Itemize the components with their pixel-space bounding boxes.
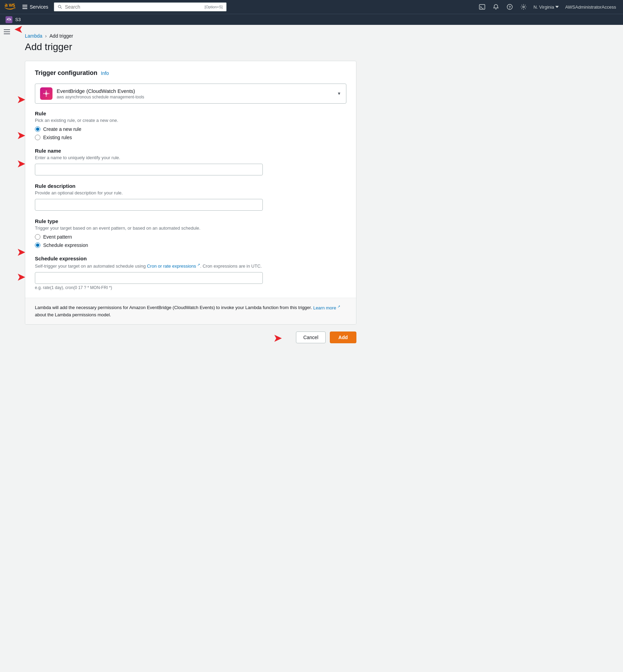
existing-rules-label: Existing rules [43, 135, 72, 140]
bell-icon-button[interactable] [489, 2, 502, 12]
svg-line-4 [60, 8, 61, 9]
aws-logo[interactable] [4, 2, 17, 12]
trigger-service-name: EventBridge (CloudWatch Events) [57, 88, 144, 94]
page-title: Add trigger [25, 41, 612, 52]
learn-more-label: Learn more [313, 305, 336, 310]
sidebar-toggle[interactable] [0, 25, 14, 39]
region-label: N. Virginia [534, 4, 554, 10]
breadcrumb-current: Add trigger [49, 33, 73, 39]
svg-rect-5 [479, 4, 485, 9]
search-icon [58, 4, 62, 10]
region-selector[interactable]: N. Virginia [531, 3, 562, 11]
card-title-text: Trigger configuration [35, 69, 97, 77]
rule-description: Pick an existing rule, or create a new o… [35, 118, 346, 123]
s3-icon [6, 16, 12, 23]
schedule-expr-desc: Self-trigger your target on an automated… [35, 263, 346, 269]
help-icon-button[interactable]: ? [503, 2, 516, 12]
nav-icons: ? N. Virginia AWSAdministratorAccess [476, 2, 619, 12]
cancel-button[interactable]: Cancel [296, 332, 326, 343]
schedule-hint: e.g. rate(1 day), cron(0 17 ? * MON-FRI … [35, 285, 346, 290]
add-button[interactable]: Add [330, 332, 356, 343]
rule-section: Rule Pick an existing rule, or create a … [35, 111, 346, 140]
existing-rules-option[interactable]: Existing rules [35, 135, 346, 140]
svg-rect-2 [22, 8, 27, 9]
breadcrumb: Lambda › Add trigger [25, 33, 612, 39]
search-input[interactable] [65, 4, 202, 10]
trigger-selector[interactable]: EventBridge (CloudWatch Events) aws asyn… [35, 84, 346, 104]
rule-name-title: Rule name [35, 148, 346, 154]
service-bar: S3 [0, 14, 623, 25]
card-title: Trigger configuration Info [35, 69, 346, 77]
trigger-select-text: EventBridge (CloudWatch Events) aws asyn… [57, 88, 144, 99]
create-new-rule-label: Create a new rule [43, 126, 82, 132]
svg-point-9 [523, 6, 524, 8]
svg-point-14 [46, 90, 47, 92]
rule-type-desc: Trigger your target based on an event pa… [35, 225, 346, 231]
schedule-expression-section: ➤ Schedule expression Self-trigger your … [35, 256, 346, 290]
create-new-rule-radio[interactable] [35, 126, 40, 132]
learn-more-link[interactable]: Learn more ↗ [313, 305, 340, 310]
rule-desc-title: Rule description [35, 183, 346, 189]
services-label: Services [30, 4, 48, 10]
svg-point-17 [48, 93, 50, 94]
rule-radio-group: Create a new rule Existing rules [35, 126, 346, 140]
top-navigation: Services [Option+S] ? N. Virginia AWSAdm… [0, 0, 623, 14]
event-pattern-radio[interactable] [35, 234, 40, 240]
svg-text:?: ? [509, 6, 511, 9]
schedule-expression-option[interactable]: Schedule expression [35, 242, 346, 248]
rule-name-section: ➤ Rule name Enter a name to uniquely ide… [35, 148, 346, 175]
svg-point-16 [43, 93, 45, 94]
schedule-expression-radio[interactable] [35, 242, 40, 248]
schedule-expr-title: Schedule expression [35, 256, 346, 261]
rule-desc-desc: Provide an optional description for your… [35, 190, 346, 195]
svg-rect-0 [22, 5, 27, 6]
existing-rules-radio[interactable] [35, 135, 40, 140]
info-text: Lambda will add the necessary permission… [35, 305, 313, 310]
schedule-expression-input[interactable]: rate(1 day) [35, 272, 263, 284]
info-suffix: about the Lambda permissions model. [35, 312, 111, 317]
main-content: Lambda › Add trigger ➤ Add trigger Trigg… [14, 25, 623, 672]
trigger-config-card: Trigger configuration Info ➤ [25, 61, 356, 325]
search-bar[interactable]: [Option+S] [54, 2, 227, 11]
rule-type-section: Rule type Trigger your target based on a… [35, 218, 346, 248]
svg-rect-12 [4, 33, 10, 34]
svg-point-15 [46, 96, 47, 97]
schedule-expression-label: Schedule expression [43, 242, 88, 248]
account-label[interactable]: AWSAdministratorAccess [562, 3, 619, 11]
rule-type-radio-group: Event pattern Schedule expression [35, 234, 346, 248]
rule-name-input[interactable]: mlops-retraining-trigger [35, 164, 263, 175]
search-shortcut: [Option+S] [204, 5, 222, 9]
create-new-rule-option[interactable]: Create a new rule [35, 126, 346, 132]
breadcrumb-parent-link[interactable]: Lambda [25, 33, 42, 39]
service-tag[interactable]: S3 [6, 16, 21, 23]
footer-buttons: ➤ Cancel Add [25, 332, 356, 357]
info-box: Lambda will add the necessary permission… [25, 298, 356, 324]
cron-link[interactable]: Cron or rate expressions ↗ [147, 263, 200, 269]
info-link[interactable]: Info [101, 70, 109, 76]
settings-icon-button[interactable] [517, 2, 530, 12]
chevron-down-icon: ▼ [337, 91, 341, 96]
svg-rect-11 [4, 31, 10, 32]
svg-rect-10 [4, 29, 10, 30]
cron-link-text: Cron or rate expressions [147, 263, 196, 269]
svg-point-13 [45, 92, 47, 95]
svg-rect-1 [22, 7, 27, 7]
event-pattern-label: Event pattern [43, 234, 72, 240]
eventbridge-icon [40, 87, 52, 100]
schedule-desc-prefix: Self-trigger your target on an automated… [35, 263, 147, 269]
svg-point-3 [58, 5, 60, 8]
rule-description-input[interactable] [35, 199, 263, 211]
schedule-desc-suffix: . Cron expressions are in UTC. [200, 263, 261, 269]
service-name: S3 [15, 17, 21, 22]
rule-title: Rule [35, 111, 346, 116]
trigger-service-tags: aws asynchronous schedule management-too… [57, 95, 144, 99]
event-pattern-option[interactable]: Event pattern [35, 234, 346, 240]
terminal-icon-button[interactable] [476, 2, 489, 12]
rule-type-title: Rule type [35, 218, 346, 224]
breadcrumb-separator: › [45, 33, 47, 39]
rule-description-section: Rule description Provide an optional des… [35, 183, 346, 211]
rule-name-desc: Enter a name to uniquely identify your r… [35, 155, 346, 160]
services-button[interactable]: Services [19, 3, 51, 11]
